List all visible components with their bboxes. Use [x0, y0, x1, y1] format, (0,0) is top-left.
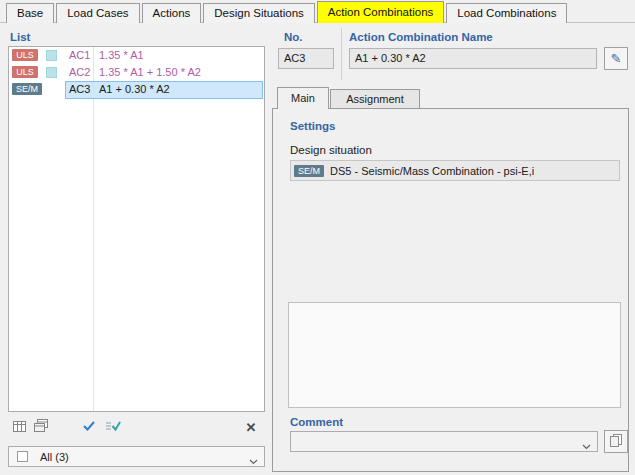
- combination-id: AC1: [69, 49, 90, 61]
- list-label: List: [10, 31, 30, 43]
- list-filter-dropdown[interactable]: All (3): [8, 446, 265, 467]
- copy-comment-button[interactable]: [604, 430, 628, 453]
- chevron-down-icon: [249, 455, 258, 467]
- comment-label: Comment: [290, 416, 343, 428]
- combination-formula: 1.35 * A1: [99, 49, 144, 61]
- edit-pencil-icon: ✎: [611, 52, 622, 65]
- tab-actions[interactable]: Actions: [142, 3, 202, 23]
- tab-action-combinations[interactable]: Action Combinations: [317, 1, 444, 23]
- copy-table-icon: [34, 419, 48, 435]
- delete-combination-button[interactable]: ✕: [240, 418, 262, 436]
- name-field[interactable]: A1 + 0.30 * A2: [349, 48, 597, 69]
- action-combinations-dialog: Base Load Cases Actions Design Situation…: [0, 0, 635, 475]
- combination-formula: A1 + 0.30 * A2: [99, 83, 170, 95]
- edit-name-button[interactable]: ✎: [604, 47, 628, 70]
- description-area: [288, 302, 621, 408]
- check-all-button[interactable]: [78, 418, 100, 436]
- list-item-ac3-selected[interactable]: SE/M AC3 A1 + 0.30 * A2: [9, 81, 264, 98]
- sem-badge: SE/M: [12, 83, 42, 95]
- name-label: Action Combination Name: [349, 31, 493, 43]
- new-combination-button[interactable]: [8, 418, 30, 436]
- no-label: No.: [284, 31, 303, 43]
- combination-id: AC3: [69, 83, 90, 95]
- list-column-divider: [93, 47, 94, 411]
- uls-badge: ULS: [12, 49, 38, 61]
- header-divider: [341, 28, 342, 80]
- sem-badge: SE/M: [294, 165, 324, 177]
- check-list-icon: [105, 420, 121, 435]
- tab-load-cases[interactable]: Load Cases: [56, 3, 139, 23]
- design-situation-label: Design situation: [290, 144, 372, 156]
- list-item-ac1[interactable]: ULS AC1 1.35 * A1: [9, 47, 264, 64]
- combination-formula: 1.35 * A1 + 1.50 * A2: [99, 66, 201, 78]
- uls-badge: ULS: [12, 66, 38, 78]
- new-table-icon: [13, 420, 26, 435]
- copy-icon: [609, 433, 623, 450]
- filter-all-icon: [17, 451, 28, 462]
- check-filter-button[interactable]: [102, 418, 124, 436]
- combination-list[interactable]: ULS AC1 1.35 * A1 ULS AC2 1.35 * A1 + 1.…: [8, 46, 265, 412]
- comment-combobox[interactable]: [290, 431, 598, 452]
- tab-design-situations[interactable]: Design Situations: [203, 3, 315, 23]
- chevron-down-icon: [582, 440, 591, 452]
- main-tabbar: Base Load Cases Actions Design Situation…: [6, 1, 569, 23]
- design-situation-field[interactable]: SE/M DS5 - Seismic/Mass Combination - ps…: [290, 160, 620, 181]
- tab-load-combinations[interactable]: Load Combinations: [446, 3, 567, 23]
- settings-label: Settings: [290, 120, 335, 132]
- design-situation-value: DS5 - Seismic/Mass Combination - psi-E,i: [330, 165, 534, 177]
- copy-combination-button[interactable]: [30, 418, 52, 436]
- delete-x-icon: ✕: [246, 421, 257, 434]
- combination-id: AC2: [69, 66, 90, 78]
- blue-check-icon: [82, 420, 96, 435]
- tab-assignment[interactable]: Assignment: [330, 89, 420, 109]
- color-swatch: [46, 50, 57, 61]
- tab-main[interactable]: Main: [277, 87, 329, 109]
- color-swatch: [46, 67, 57, 78]
- tab-base[interactable]: Base: [6, 3, 54, 23]
- filter-value: All (3): [40, 451, 69, 463]
- list-item-ac2[interactable]: ULS AC2 1.35 * A1 + 1.50 * A2: [9, 64, 264, 81]
- no-field: AC3: [278, 48, 334, 69]
